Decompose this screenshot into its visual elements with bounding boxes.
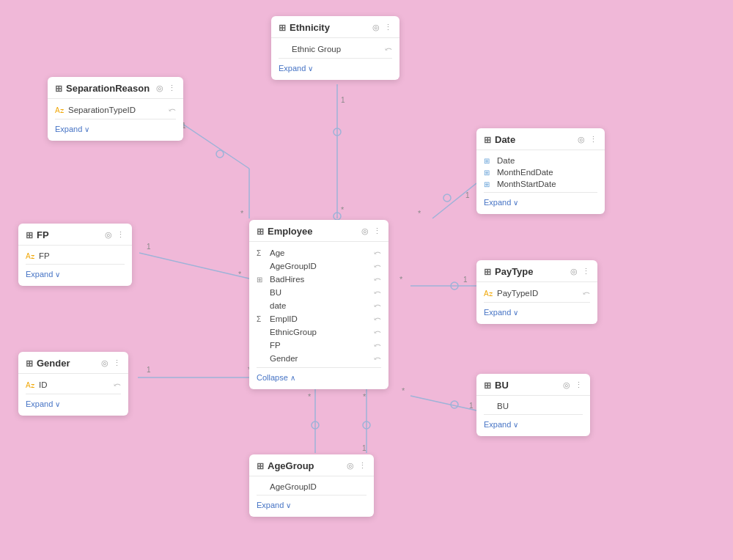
svg-point-5	[334, 213, 341, 220]
agegroup-eye-icon[interactable]: ◎	[347, 461, 354, 471]
bu-table-icon: ⊞	[484, 380, 491, 391]
field-lock: ⤺	[374, 261, 381, 271]
table-row: Aᴢ SeparationTypeID ⤺	[55, 103, 176, 117]
svg-text:*: *	[402, 386, 405, 395]
date-eye-icon[interactable]: ◎	[578, 135, 585, 144]
agegroup-dots-icon[interactable]: ⋮	[358, 461, 366, 471]
field-left: Aᴢ FP	[26, 251, 50, 260]
svg-text:1: 1	[341, 96, 345, 104]
svg-text:1: 1	[469, 402, 474, 410]
agegroup-header: ⊞ AgeGroup ◎ ⋮	[249, 454, 374, 476]
paytype-eye-icon[interactable]: ◎	[570, 267, 578, 276]
agegroup-body: AgeGroupID Expand	[249, 476, 374, 517]
field-lock: ⤺	[114, 380, 121, 390]
gender-expand[interactable]: Expand	[26, 397, 60, 411]
date-actions: ◎ ⋮	[578, 135, 597, 144]
field-lock: ⤺	[374, 274, 381, 284]
employee-dots-icon[interactable]: ⋮	[373, 226, 381, 236]
field-name: BU	[270, 288, 281, 297]
field-left: Aᴢ PayTypeID	[484, 289, 538, 298]
svg-point-37	[312, 421, 319, 429]
svg-point-10	[216, 150, 224, 158]
field-left: Aᴢ ID	[26, 380, 48, 389]
employee-collapse[interactable]: Collapse	[257, 370, 295, 385]
paytype-title: ⊞ PayType	[484, 266, 534, 277]
agegroup-expand[interactable]: Expand	[257, 498, 291, 512]
svg-text:*: *	[240, 209, 244, 218]
field-left: Aᴢ SeparationTypeID	[55, 106, 136, 114]
employee-eye-icon[interactable]: ◎	[361, 226, 369, 236]
field-name: PayTypeID	[497, 289, 538, 298]
bu-dots-icon[interactable]: ⋮	[575, 380, 583, 390]
ethnicity-dots-icon[interactable]: ⋮	[384, 23, 392, 32]
gender-dots-icon[interactable]: ⋮	[113, 358, 121, 368]
table-row: AgeGroupID ⤺	[257, 259, 381, 273]
ethnicity-expand[interactable]: Expand	[279, 61, 313, 75]
field-name: MonthStartDate	[497, 180, 556, 188]
table-row: EthnicGroup ⤺	[257, 325, 381, 339]
employee-title: ⊞ Employee	[257, 226, 312, 237]
fp-table-icon: ⊞	[26, 230, 33, 240]
date-title: ⊞ Date	[484, 134, 515, 145]
ethnicity-header: ⊞ Ethnicity ◎ ⋮	[271, 16, 399, 38]
svg-point-38	[363, 421, 370, 429]
field-lock: ⤺	[374, 327, 381, 337]
field-name: Age	[270, 248, 284, 257]
field-icon: ⊞	[484, 180, 494, 188]
bu-body: BU Expand	[476, 396, 590, 436]
table-row: ⊞ MonthEndDate	[484, 166, 597, 178]
field-name: FP	[270, 341, 281, 350]
field-left: Ethnic Group	[279, 45, 341, 54]
table-row: Aᴢ FP	[26, 250, 125, 262]
paytype-dots-icon[interactable]: ⋮	[582, 267, 590, 276]
separationreason-title-text: SeparationReason	[66, 83, 150, 94]
date-table: ⊞ Date ◎ ⋮ ⊞ Date ⊞ MonthEndDate	[476, 128, 605, 214]
svg-text:*: *	[418, 209, 421, 218]
field-lock: ⤺	[374, 301, 381, 311]
separationreason-body: Aᴢ SeparationTypeID ⤺ Expand	[48, 99, 183, 141]
separationreason-table: ⊞ SeparationReason ◎ ⋮ Aᴢ SeparationType…	[48, 77, 183, 141]
separationreason-dots-icon[interactable]: ⋮	[168, 84, 176, 93]
table-row: FP ⤺	[257, 339, 381, 352]
field-left: ⊞ BadHires	[257, 275, 304, 284]
field-name: Gender	[270, 354, 298, 363]
fp-eye-icon[interactable]: ◎	[105, 230, 112, 240]
employee-header: ⊞ Employee ◎ ⋮	[249, 220, 388, 242]
field-left: Gender	[257, 354, 298, 363]
svg-text:*: *	[308, 392, 312, 401]
ethnicity-body: Ethnic Group ⤺ Expand	[271, 38, 399, 80]
field-lock: ⤺	[374, 340, 381, 350]
fp-expand[interactable]: Expand	[26, 267, 60, 281]
separationreason-expand[interactable]: Expand	[55, 122, 89, 136]
date-expand[interactable]: Expand	[484, 195, 518, 210]
employee-table: ⊞ Employee ◎ ⋮ Σ Age ⤺ AgeGroupID	[249, 220, 388, 389]
fp-header: ⊞ FP ◎ ⋮	[18, 224, 132, 246]
field-icon: Aᴢ	[55, 106, 65, 114]
table-row: BU ⤺	[257, 286, 381, 299]
fp-table: ⊞ FP ◎ ⋮ Aᴢ FP Expand	[18, 224, 132, 286]
ethnicity-eye-icon[interactable]: ◎	[372, 23, 380, 32]
paytype-header: ⊞ PayType ◎ ⋮	[476, 260, 597, 282]
svg-point-14	[443, 194, 451, 202]
agegroup-title-text: AgeGroup	[268, 460, 314, 471]
table-row: Aᴢ ID ⤺	[26, 378, 121, 391]
field-icon: Aᴢ	[26, 381, 36, 389]
svg-text:*: *	[399, 275, 403, 284]
field-left: EthnicGroup	[257, 328, 317, 336]
field-left: BU	[484, 402, 509, 410]
bu-eye-icon[interactable]: ◎	[563, 380, 570, 390]
table-row: Gender ⤺	[257, 352, 381, 365]
fp-dots-icon[interactable]: ⋮	[117, 230, 125, 240]
paytype-expand[interactable]: Expand	[484, 305, 518, 320]
bu-expand[interactable]: Expand	[484, 417, 518, 432]
separationreason-header: ⊞ SeparationReason ◎ ⋮	[48, 77, 183, 99]
gender-body: Aᴢ ID ⤺ Expand	[18, 374, 128, 416]
date-body: ⊞ Date ⊞ MonthEndDate ⊞ MonthStartDate E…	[476, 150, 605, 214]
field-name: Date	[497, 156, 515, 165]
field-left: AgeGroupID	[257, 482, 317, 491]
bu-title-text: BU	[495, 380, 509, 391]
gender-eye-icon[interactable]: ◎	[101, 358, 108, 368]
table-row: ⊞ MonthStartDate	[484, 178, 597, 190]
date-dots-icon[interactable]: ⋮	[589, 135, 597, 144]
separationreason-eye-icon[interactable]: ◎	[156, 84, 163, 93]
